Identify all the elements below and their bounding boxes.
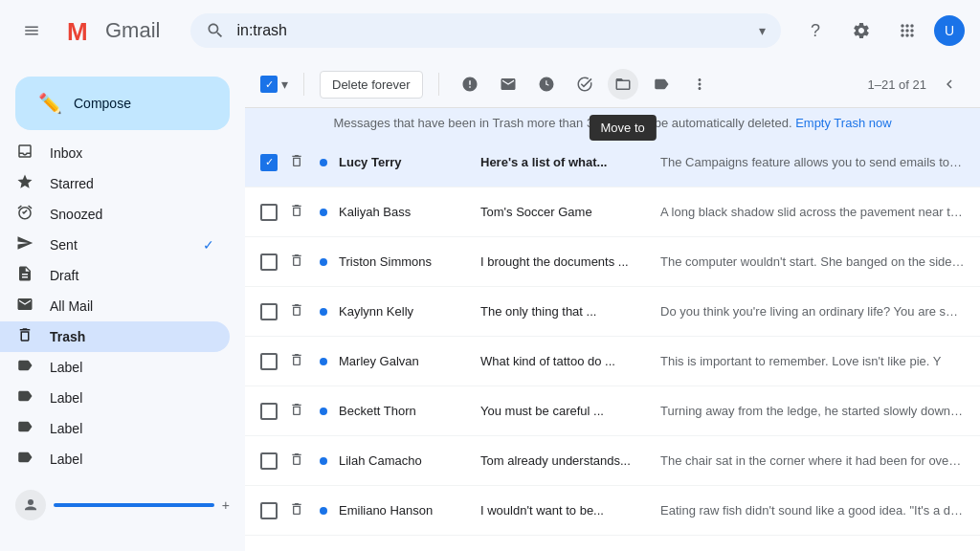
- svg-text:M: M: [67, 17, 88, 46]
- notice-text: Messages that have been in Trash more th…: [333, 116, 791, 130]
- email-row[interactable]: Lilah CamachoTom already understands...T…: [245, 436, 980, 486]
- allmail-icon: [15, 296, 34, 317]
- avatar[interactable]: U: [934, 15, 965, 46]
- notice-bar: Messages that have been in Trash more th…: [245, 108, 980, 138]
- email-sender: Beckett Thorn: [339, 404, 473, 418]
- toolbar: ✓ ▾ Delete forever: [245, 61, 980, 108]
- email-status-dot: [320, 358, 327, 365]
- email-subject: Tom's Soccer Game: [480, 205, 653, 219]
- email-row[interactable]: Emiliano HansonI wouldn't want to be...E…: [245, 486, 980, 536]
- email-sender: Kaylynn Kelly: [339, 304, 473, 319]
- email-subject: I wouldn't want to be...: [480, 503, 653, 518]
- email-checkbox[interactable]: [260, 353, 278, 370]
- label-button[interactable]: [646, 69, 677, 99]
- snoozed-label: Snoozed: [50, 207, 214, 222]
- label2-text: Label: [50, 390, 214, 406]
- draft-icon: [15, 265, 34, 286]
- sidebar: ✏️ Compose Inbox Starred Snoozed: [0, 61, 245, 551]
- move-to-container: Move to: [608, 69, 638, 99]
- email-sender: Emiliano Hanson: [339, 503, 473, 518]
- search-input[interactable]: [236, 22, 747, 39]
- move-to-button[interactable]: [608, 69, 638, 99]
- trash-label: Trash: [50, 329, 214, 344]
- email-status-dot: [320, 308, 327, 316]
- help-icon[interactable]: ?: [796, 11, 835, 50]
- email-row[interactable]: Kaliyah BassTom's Soccer GameA long blac…: [245, 187, 980, 237]
- email-sender: Kaliyah Bass: [339, 205, 473, 219]
- email-trash-icon: [289, 203, 304, 222]
- email-row[interactable]: Marley GalvanWhat kind of tattoo do ...T…: [245, 337, 980, 386]
- svg-point-2: [28, 499, 33, 505]
- delete-forever-label: Delete forever: [332, 77, 411, 92]
- trash-icon: [15, 326, 34, 347]
- email-checkbox[interactable]: [260, 253, 278, 271]
- email-trash-icon: [289, 352, 304, 371]
- prev-page-button[interactable]: [934, 69, 965, 99]
- email-row[interactable]: ✓Lucy TerryHere's a list of what...The C…: [245, 138, 980, 187]
- grid-icon[interactable]: [888, 11, 926, 50]
- email-status-dot: [320, 258, 327, 266]
- label1-icon: [15, 357, 34, 378]
- sidebar-item-allmail[interactable]: All Mail: [0, 291, 230, 321]
- top-right-icons: ? U: [796, 11, 965, 50]
- user-avatar-small[interactable]: [15, 490, 46, 520]
- sent-label: Sent: [50, 237, 188, 253]
- email-checkbox[interactable]: [260, 303, 278, 320]
- email-checkbox[interactable]: [260, 452, 278, 470]
- sidebar-item-draft[interactable]: Draft: [0, 260, 230, 291]
- email-checkbox[interactable]: [260, 204, 278, 221]
- sidebar-item-sent[interactable]: Sent ✓: [0, 230, 230, 260]
- email-trash-icon: [289, 153, 304, 172]
- email-checkbox[interactable]: [260, 502, 278, 519]
- compose-icon: ✏️: [38, 92, 62, 115]
- settings-icon[interactable]: [842, 11, 880, 50]
- sidebar-item-trash[interactable]: Trash: [0, 321, 230, 352]
- label3-text: Label: [50, 421, 214, 436]
- search-dropdown-icon[interactable]: ▾: [759, 23, 766, 38]
- email-checkbox[interactable]: ✓: [260, 154, 278, 171]
- email-trash-icon: [289, 302, 304, 321]
- starred-label: Starred: [50, 176, 214, 191]
- more-options-button[interactable]: [684, 69, 715, 99]
- email-checkbox[interactable]: [260, 403, 278, 420]
- storage-bar: [54, 503, 214, 507]
- sidebar-item-snoozed[interactable]: Snoozed: [0, 199, 230, 230]
- sidebar-item-label3[interactable]: Label: [0, 413, 230, 444]
- compose-label: Compose: [74, 96, 131, 111]
- empty-trash-link[interactable]: Empty Trash now: [795, 116, 891, 130]
- email-sender: Marley Galvan: [339, 354, 473, 368]
- snooze-button[interactable]: [531, 69, 562, 99]
- email-row[interactable]: Triston SimmonsI brought the documents .…: [245, 237, 980, 287]
- email-preview: This is important to remember. Love isn'…: [660, 354, 965, 368]
- add-task-button[interactable]: [569, 69, 600, 99]
- sidebar-item-starred[interactable]: Starred: [0, 168, 230, 199]
- sidebar-item-inbox[interactable]: Inbox: [0, 138, 230, 168]
- email-sender: Triston Simmons: [339, 254, 473, 269]
- label4-icon: [15, 449, 34, 470]
- email-row[interactable]: Beckett ThornYou must be careful ...Turn…: [245, 386, 980, 436]
- email-preview: Do you think you're living an ordinary l…: [660, 304, 965, 319]
- email-subject: You must be careful ...: [480, 404, 653, 418]
- select-all-checkbox[interactable]: ✓: [260, 76, 278, 93]
- add-account-btn[interactable]: +: [222, 497, 230, 513]
- inbox-label: Inbox: [50, 145, 214, 161]
- compose-button[interactable]: ✏️ Compose: [15, 77, 230, 130]
- menu-icon[interactable]: [15, 14, 48, 47]
- delete-forever-button[interactable]: Delete forever: [320, 71, 423, 99]
- email-status-dot: [320, 209, 327, 216]
- email-trash-icon: [289, 402, 304, 421]
- sidebar-item-label4[interactable]: Label: [0, 444, 230, 474]
- mark-unread-button[interactable]: [493, 69, 523, 99]
- email-preview: Eating raw fish didn't sound like a good…: [660, 503, 965, 518]
- select-dropdown[interactable]: ▾: [281, 77, 288, 92]
- report-spam-button[interactable]: [455, 69, 485, 99]
- email-row[interactable]: Brooks RiceGood night, Miss.One dollar a…: [245, 536, 980, 551]
- sidebar-item-label1[interactable]: Label: [0, 352, 230, 383]
- sidebar-item-label2[interactable]: Label: [0, 383, 230, 413]
- email-preview: Turning away from the ledge, he started …: [660, 404, 965, 418]
- sent-check: ✓: [203, 237, 214, 253]
- label1-text: Label: [50, 360, 214, 375]
- email-subject: What kind of tattoo do ...: [480, 354, 653, 368]
- pagination-text: 1–21 of 21: [868, 77, 926, 92]
- email-row[interactable]: Kaylynn KellyThe only thing that ...Do y…: [245, 287, 980, 337]
